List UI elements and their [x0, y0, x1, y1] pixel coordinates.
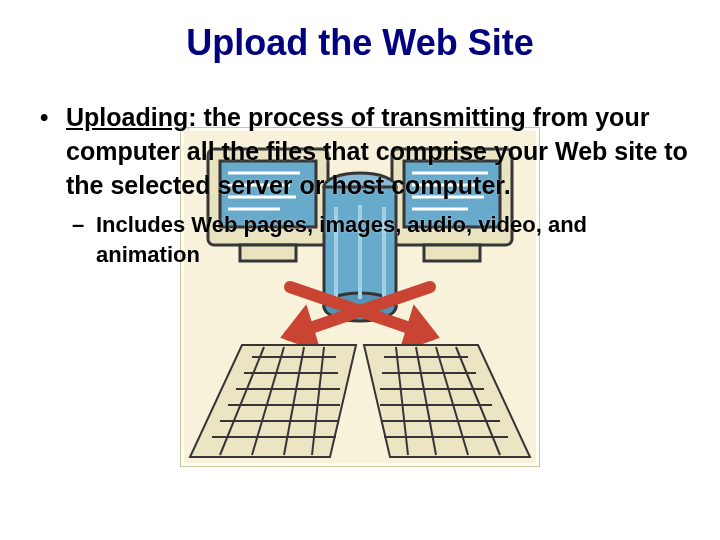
bullet-text: Uploading: the process of transmitting f… [66, 100, 688, 202]
bullet-level-1: • Uploading: the process of transmitting… [40, 100, 688, 202]
bullet-level-2: – Includes Web pages, images, audio, vid… [72, 210, 688, 270]
sub-bullet-marker: – [72, 210, 96, 240]
definition-term: Uploading [66, 103, 188, 131]
slide-title: Upload the Web Site [0, 22, 720, 64]
sub-bullet-text: Includes Web pages, images, audio, video… [96, 210, 688, 270]
bullet-marker: • [40, 100, 66, 134]
slide-body: • Uploading: the process of transmitting… [40, 100, 688, 270]
